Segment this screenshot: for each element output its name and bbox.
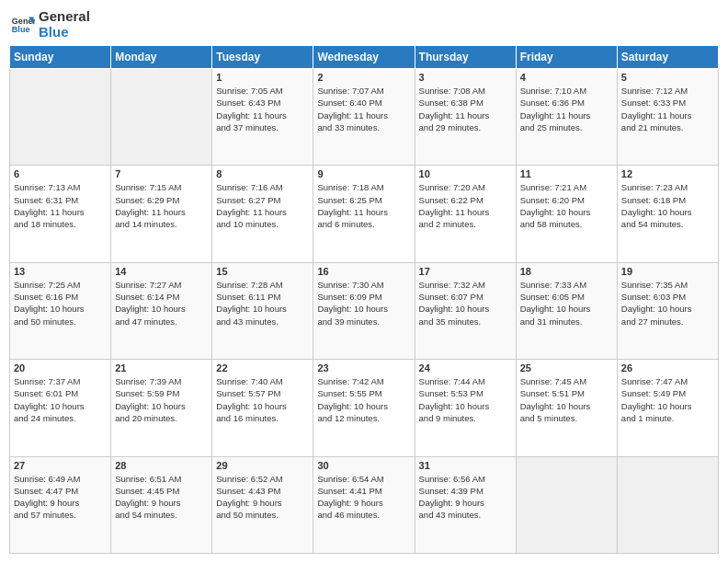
day-info: Sunrise: 7:25 AM Sunset: 6:16 PM Dayligh… (14, 279, 107, 327)
day-info: Sunrise: 6:56 AM Sunset: 4:39 PM Dayligh… (419, 473, 512, 522)
calendar-cell: 23Sunrise: 7:42 AM Sunset: 5:55 PM Dayli… (313, 360, 415, 456)
calendar-week-row: 13Sunrise: 7:25 AM Sunset: 6:16 PM Dayli… (10, 262, 719, 359)
calendar-cell: 11Sunrise: 7:21 AM Sunset: 6:20 PM Dayli… (516, 166, 617, 262)
calendar-cell: 1Sunrise: 7:05 AM Sunset: 6:43 PM Daylig… (212, 69, 313, 166)
calendar-cell: 21Sunrise: 7:39 AM Sunset: 5:59 PM Dayli… (111, 360, 212, 456)
day-number: 23 (317, 362, 410, 373)
calendar-cell: 5Sunrise: 7:12 AM Sunset: 6:33 PM Daylig… (617, 69, 718, 166)
day-number: 13 (14, 266, 107, 277)
calendar-cell: 9Sunrise: 7:18 AM Sunset: 6:25 PM Daylig… (313, 166, 415, 262)
calendar-cell: 3Sunrise: 7:08 AM Sunset: 6:38 PM Daylig… (415, 69, 516, 166)
day-number: 10 (419, 168, 512, 179)
weekday-header: Thursday (415, 46, 516, 69)
calendar-cell (10, 69, 111, 166)
svg-text:Blue: Blue (12, 25, 30, 34)
day-info: Sunrise: 7:28 AM Sunset: 6:11 PM Dayligh… (216, 279, 309, 327)
day-number: 30 (317, 460, 410, 471)
day-info: Sunrise: 6:49 AM Sunset: 4:47 PM Dayligh… (14, 473, 107, 522)
day-info: Sunrise: 7:45 AM Sunset: 5:51 PM Dayligh… (520, 375, 613, 424)
logo: General Blue General Blue (9, 9, 90, 40)
day-info: Sunrise: 7:44 AM Sunset: 5:53 PM Dayligh… (419, 375, 512, 424)
day-number: 8 (216, 168, 309, 179)
day-number: 15 (216, 266, 309, 277)
calendar-cell: 10Sunrise: 7:20 AM Sunset: 6:22 PM Dayli… (415, 166, 516, 262)
day-number: 2 (317, 72, 410, 83)
calendar-cell: 28Sunrise: 6:51 AM Sunset: 4:45 PM Dayli… (111, 456, 212, 553)
day-info: Sunrise: 7:20 AM Sunset: 6:22 PM Dayligh… (419, 181, 512, 230)
calendar-cell: 8Sunrise: 7:16 AM Sunset: 6:27 PM Daylig… (212, 166, 313, 262)
day-info: Sunrise: 7:16 AM Sunset: 6:27 PM Dayligh… (216, 181, 309, 230)
calendar-cell: 14Sunrise: 7:27 AM Sunset: 6:14 PM Dayli… (111, 262, 212, 359)
day-info: Sunrise: 7:12 AM Sunset: 6:33 PM Dayligh… (621, 85, 714, 133)
calendar-cell: 12Sunrise: 7:23 AM Sunset: 6:18 PM Dayli… (617, 166, 718, 262)
day-number: 14 (115, 266, 208, 277)
day-info: Sunrise: 7:40 AM Sunset: 5:57 PM Dayligh… (216, 375, 309, 424)
day-info: Sunrise: 7:39 AM Sunset: 5:59 PM Dayligh… (115, 375, 208, 424)
calendar-cell: 27Sunrise: 6:49 AM Sunset: 4:47 PM Dayli… (10, 456, 111, 553)
calendar-week-row: 6Sunrise: 7:13 AM Sunset: 6:31 PM Daylig… (10, 166, 719, 262)
weekday-header: Wednesday (313, 46, 415, 69)
day-number: 28 (115, 460, 208, 471)
day-info: Sunrise: 7:18 AM Sunset: 6:25 PM Dayligh… (317, 181, 410, 230)
calendar-cell: 15Sunrise: 7:28 AM Sunset: 6:11 PM Dayli… (212, 262, 313, 359)
weekday-header: Friday (516, 46, 617, 69)
day-info: Sunrise: 6:52 AM Sunset: 4:43 PM Dayligh… (216, 473, 309, 522)
logo-blue: Blue (39, 25, 90, 40)
calendar-week-row: 20Sunrise: 7:37 AM Sunset: 6:01 PM Dayli… (10, 360, 719, 456)
day-info: Sunrise: 6:54 AM Sunset: 4:41 PM Dayligh… (317, 473, 410, 522)
day-number: 18 (520, 266, 613, 277)
calendar-cell: 29Sunrise: 6:52 AM Sunset: 4:43 PM Dayli… (212, 456, 313, 553)
day-number: 4 (520, 72, 613, 83)
day-number: 12 (621, 168, 714, 179)
day-info: Sunrise: 7:47 AM Sunset: 5:49 PM Dayligh… (621, 375, 714, 424)
day-info: Sunrise: 7:08 AM Sunset: 6:38 PM Dayligh… (419, 85, 512, 133)
page: General Blue General Blue SundayMondayTu… (0, 0, 728, 563)
day-number: 16 (317, 266, 410, 277)
weekday-header: Sunday (10, 46, 111, 69)
calendar-cell: 17Sunrise: 7:32 AM Sunset: 6:07 PM Dayli… (415, 262, 516, 359)
day-number: 19 (621, 266, 714, 277)
day-info: Sunrise: 7:42 AM Sunset: 5:55 PM Dayligh… (317, 375, 410, 424)
day-info: Sunrise: 7:35 AM Sunset: 6:03 PM Dayligh… (621, 279, 714, 327)
day-number: 7 (115, 168, 208, 179)
calendar-header-row: SundayMondayTuesdayWednesdayThursdayFrid… (10, 46, 719, 69)
day-info: Sunrise: 7:30 AM Sunset: 6:09 PM Dayligh… (317, 279, 410, 327)
calendar-cell (111, 69, 212, 166)
day-number: 17 (419, 266, 512, 277)
weekday-header: Tuesday (212, 46, 313, 69)
calendar-cell (617, 456, 718, 553)
day-info: Sunrise: 7:21 AM Sunset: 6:20 PM Dayligh… (520, 181, 613, 230)
calendar-cell: 16Sunrise: 7:30 AM Sunset: 6:09 PM Dayli… (313, 262, 415, 359)
day-info: Sunrise: 7:07 AM Sunset: 6:40 PM Dayligh… (317, 85, 410, 133)
day-info: Sunrise: 7:10 AM Sunset: 6:36 PM Dayligh… (520, 85, 613, 133)
calendar-cell: 20Sunrise: 7:37 AM Sunset: 6:01 PM Dayli… (10, 360, 111, 456)
day-number: 1 (216, 72, 309, 83)
day-info: Sunrise: 7:15 AM Sunset: 6:29 PM Dayligh… (115, 181, 208, 230)
calendar-cell: 30Sunrise: 6:54 AM Sunset: 4:41 PM Dayli… (313, 456, 415, 553)
day-number: 21 (115, 362, 208, 373)
day-info: Sunrise: 7:37 AM Sunset: 6:01 PM Dayligh… (14, 375, 107, 424)
calendar: SundayMondayTuesdayWednesdayThursdayFrid… (9, 45, 719, 554)
calendar-cell: 25Sunrise: 7:45 AM Sunset: 5:51 PM Dayli… (516, 360, 617, 456)
calendar-week-row: 1Sunrise: 7:05 AM Sunset: 6:43 PM Daylig… (10, 69, 719, 166)
calendar-cell: 18Sunrise: 7:33 AM Sunset: 6:05 PM Dayli… (516, 262, 617, 359)
calendar-cell: 22Sunrise: 7:40 AM Sunset: 5:57 PM Dayli… (212, 360, 313, 456)
day-number: 31 (419, 460, 512, 471)
day-number: 22 (216, 362, 309, 373)
header: General Blue General Blue (9, 9, 719, 40)
calendar-cell: 19Sunrise: 7:35 AM Sunset: 6:03 PM Dayli… (617, 262, 718, 359)
day-number: 25 (520, 362, 613, 373)
calendar-week-row: 27Sunrise: 6:49 AM Sunset: 4:47 PM Dayli… (10, 456, 719, 553)
day-info: Sunrise: 7:23 AM Sunset: 6:18 PM Dayligh… (621, 181, 714, 230)
calendar-cell: 24Sunrise: 7:44 AM Sunset: 5:53 PM Dayli… (415, 360, 516, 456)
weekday-header: Monday (111, 46, 212, 69)
calendar-cell: 13Sunrise: 7:25 AM Sunset: 6:16 PM Dayli… (10, 262, 111, 359)
calendar-cell: 6Sunrise: 7:13 AM Sunset: 6:31 PM Daylig… (10, 166, 111, 262)
calendar-cell: 4Sunrise: 7:10 AM Sunset: 6:36 PM Daylig… (516, 69, 617, 166)
day-info: Sunrise: 7:27 AM Sunset: 6:14 PM Dayligh… (115, 279, 208, 327)
logo-general: General (39, 9, 90, 25)
day-info: Sunrise: 7:05 AM Sunset: 6:43 PM Dayligh… (216, 85, 309, 133)
calendar-cell (516, 456, 617, 553)
logo-icon: General Blue (9, 12, 35, 38)
day-number: 9 (317, 168, 410, 179)
